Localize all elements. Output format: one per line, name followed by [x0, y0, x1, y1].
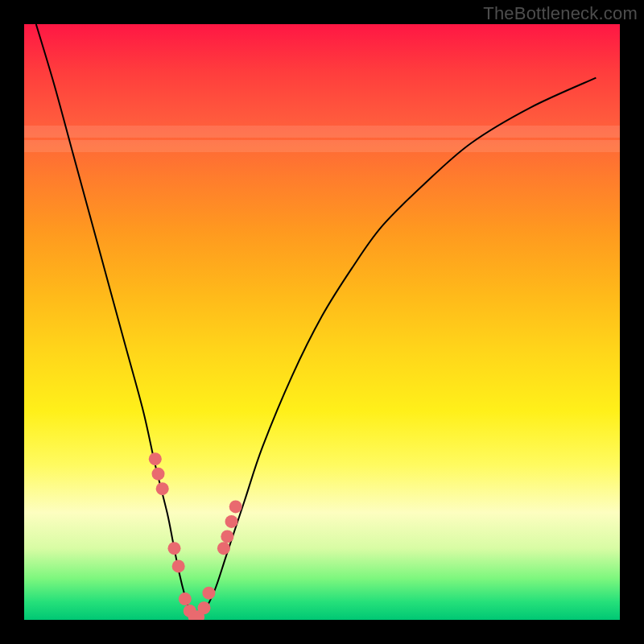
bottleneck-curve [36, 24, 597, 620]
watermark-text: TheBottleneck.com [483, 3, 638, 24]
marker-dot [179, 592, 192, 605]
marker-dot [202, 587, 215, 600]
marker-dot [217, 542, 230, 555]
marker-dot [197, 601, 210, 614]
marker-dot [172, 559, 185, 572]
marker-dot [152, 468, 165, 481]
marker-dots-group [149, 452, 242, 620]
marker-dot [225, 515, 238, 528]
bottleneck-chart [24, 24, 620, 620]
marker-dot [156, 482, 169, 495]
marker-dot [221, 530, 233, 543]
marker-dot [149, 452, 162, 465]
marker-dot [229, 500, 242, 513]
marker-dot [167, 542, 180, 555]
